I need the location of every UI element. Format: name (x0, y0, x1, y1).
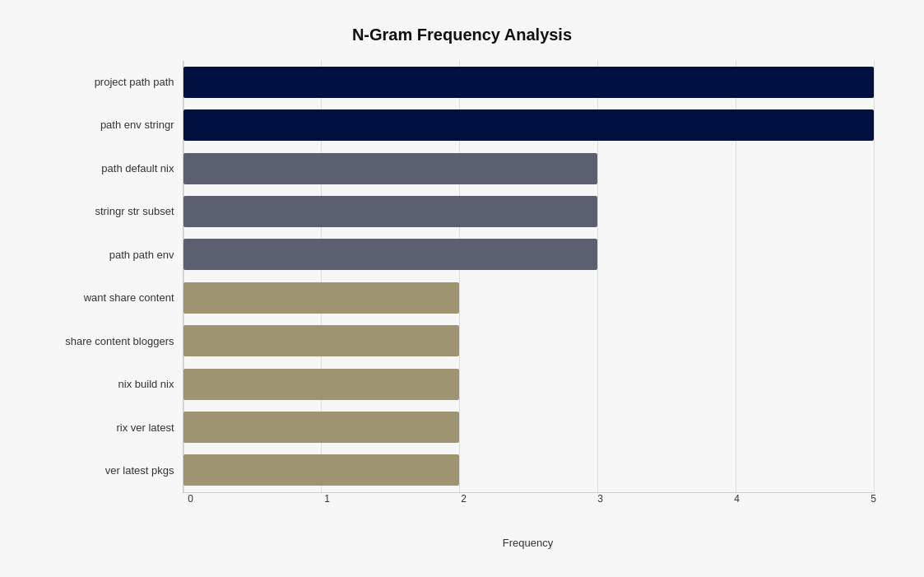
bar-row (183, 147, 874, 189)
bar (183, 67, 874, 98)
bar-row (183, 449, 874, 491)
y-label: project path path (95, 76, 174, 89)
bar-row (183, 190, 874, 233)
grid-line (874, 61, 875, 492)
bar (183, 196, 597, 227)
x-axis-label: 4 (734, 493, 740, 505)
x-axis-label: 5 (871, 493, 876, 505)
x-axis-label: 0 (188, 493, 193, 505)
bar-rows (183, 61, 874, 492)
y-label: ver latest pkgs (105, 464, 174, 477)
x-axis-labels: 012345 (191, 493, 874, 514)
bar (183, 153, 597, 184)
bars-section: project path pathpath env stringrpath de… (51, 61, 874, 493)
bar (183, 369, 460, 400)
x-axis-label: 3 (597, 493, 603, 505)
y-label: path path env (109, 249, 174, 262)
y-label: want share content (84, 291, 174, 305)
bottom-area: 012345 Frequency (51, 493, 874, 538)
bar-row (183, 104, 874, 147)
y-label: nix build nix (118, 378, 174, 391)
x-axis-label: 1 (324, 493, 330, 505)
bar-row (183, 362, 874, 405)
y-label: path env stringr (100, 119, 174, 132)
y-label: path default nix (101, 162, 174, 175)
bar (183, 412, 460, 443)
bar (183, 109, 874, 141)
bar (183, 325, 460, 356)
bar (183, 454, 460, 486)
x-axis-title: Frequency (183, 537, 874, 549)
x-axis-label: 2 (461, 493, 467, 505)
bar-row (183, 233, 874, 276)
bar (183, 239, 597, 270)
chart-container: N-Gram Frequency Analysis project path p… (26, 9, 898, 569)
y-label: share content bloggers (65, 335, 174, 348)
y-label: stringr str subset (95, 205, 174, 218)
y-axis-labels: project path pathpath env stringrpath de… (51, 61, 183, 493)
bar-row (183, 319, 874, 362)
bar-row (183, 61, 874, 104)
bar-row (183, 406, 874, 449)
bar (183, 282, 460, 314)
y-label: rix ver latest (116, 421, 174, 435)
bar-row (183, 277, 874, 319)
chart-area: project path pathpath env stringrpath de… (51, 61, 874, 538)
chart-title: N-Gram Frequency Analysis (51, 26, 874, 44)
bars-and-grid (183, 61, 874, 493)
